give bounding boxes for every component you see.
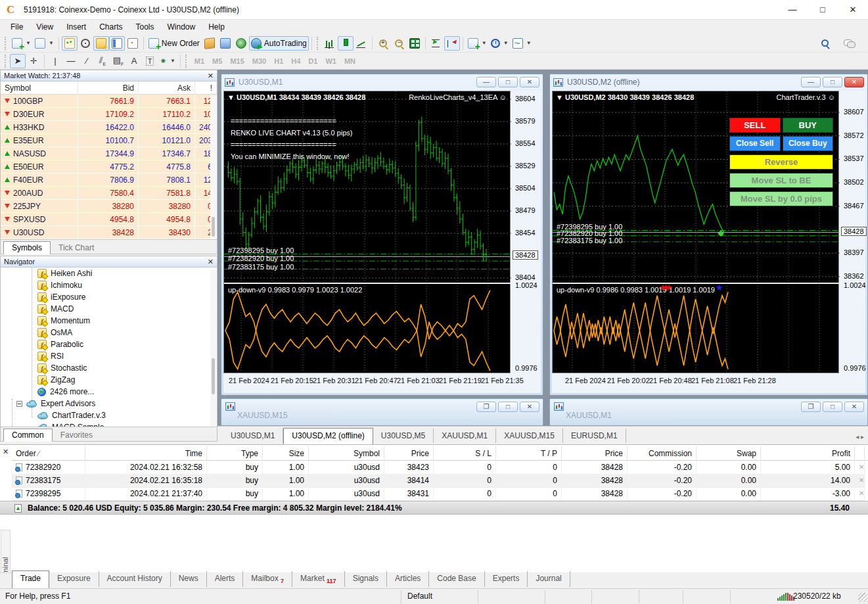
- chat-button[interactable]: [842, 36, 857, 51]
- menu-item[interactable]: Window: [161, 21, 202, 33]
- column-header-order[interactable]: Order ∕: [12, 446, 85, 461]
- chart-tab[interactable]: XAUUSD,M1: [434, 429, 496, 443]
- chart-shift-button[interactable]: [444, 36, 460, 51]
- close-icon[interactable]: ✕: [208, 72, 214, 80]
- window-maximize-button[interactable]: □: [498, 402, 518, 412]
- new-chart-dropdown[interactable]: ▼: [466, 36, 489, 51]
- candlestick-button[interactable]: [338, 36, 354, 51]
- resize-grip[interactable]: [858, 593, 867, 602]
- terminal-tab[interactable]: Code Base: [429, 571, 484, 587]
- timeframe-button[interactable]: M5: [208, 57, 226, 65]
- market-watch-row[interactable]: E50EUR 4775.2 4775.8 6: [1, 160, 217, 174]
- navigator-indicator-item[interactable]: f RSI: [1, 350, 217, 362]
- search-button[interactable]: [817, 36, 833, 51]
- navigator-indicator-item[interactable]: f ZigZag: [1, 374, 217, 386]
- channel-button[interactable]: ⫽E: [95, 54, 110, 68]
- column-header-price2[interactable]: Price: [562, 446, 628, 461]
- close-icon[interactable]: ✕: [3, 448, 9, 456]
- timeframe-button[interactable]: H1: [270, 57, 287, 65]
- window-close-button[interactable]: ✕: [844, 77, 864, 87]
- column-header-time[interactable]: Time: [85, 446, 207, 461]
- window-minimize-button[interactable]: —: [476, 77, 496, 87]
- maximize-button[interactable]: □: [808, 0, 838, 20]
- column-header-tp[interactable]: T / P: [496, 446, 562, 461]
- vertical-line-button[interactable]: |: [47, 54, 63, 68]
- timeframe-button[interactable]: M30: [248, 57, 270, 65]
- menu-item[interactable]: Charts: [93, 21, 129, 33]
- minimized-window-xauusd-m1[interactable]: XAUUSD,M1 ❐ □ ✕: [549, 398, 868, 426]
- navigator-indicator-item[interactable]: f OsMA: [1, 327, 217, 338]
- bar-chart-button[interactable]: [322, 36, 338, 51]
- timeframe-button[interactable]: D1: [304, 57, 321, 65]
- chart-menu-caret-icon[interactable]: ▼: [556, 93, 565, 101]
- market-watch-tab[interactable]: Symbols: [3, 241, 51, 254]
- terminal-tab[interactable]: Mailbox 7: [243, 571, 292, 587]
- close-sell-button[interactable]: Close Sell: [729, 136, 781, 151]
- navigator-indicator-item[interactable]: f iExposure: [1, 291, 217, 303]
- reverse-button[interactable]: Reverse: [729, 154, 833, 170]
- market-watch-tab[interactable]: Tick Chart: [51, 242, 102, 254]
- menu-item[interactable]: View: [30, 21, 60, 33]
- terminal-tab[interactable]: Articles: [387, 571, 429, 587]
- arrows-tool-button[interactable]: ⁕▼: [158, 54, 177, 68]
- periods-dropdown[interactable]: ▼: [489, 36, 511, 51]
- chart-tab[interactable]: XAUUSD,M15: [496, 429, 563, 443]
- toolbar-grip[interactable]: [5, 37, 8, 50]
- column-header-spread[interactable]: !: [195, 81, 217, 95]
- close-order-icon[interactable]: ✕: [855, 461, 865, 475]
- navigator-toggle[interactable]: [93, 36, 109, 51]
- horizontal-line-button[interactable]: —: [63, 54, 79, 68]
- menu-item[interactable]: Insert: [60, 21, 93, 33]
- move-sl-to-be-button[interactable]: Move SL to BE: [729, 173, 833, 188]
- market-watch-scrollbar[interactable]: [210, 95, 216, 239]
- navigator-indicator-item[interactable]: f MACD: [1, 303, 217, 315]
- price-scale[interactable]: 3860738572385373850238467383973836238428…: [840, 91, 865, 379]
- chart-tab[interactable]: U30USD,M1: [223, 429, 283, 443]
- column-header-bid[interactable]: Bid: [78, 81, 139, 95]
- terminal-tab[interactable]: Alerts: [207, 571, 244, 587]
- market-watch-row[interactable]: 100GBP 7661.9 7663.1 12: [1, 95, 217, 108]
- community-button[interactable]: [233, 36, 249, 51]
- chart-menu-caret-icon[interactable]: ▼: [227, 93, 237, 101]
- indicators-dropdown[interactable]: ▼: [511, 36, 534, 51]
- autotrading-button[interactable]: AutoTrading: [249, 36, 309, 51]
- data-window-button[interactable]: [78, 36, 93, 51]
- window-restore-button[interactable]: □: [823, 77, 842, 87]
- order-row[interactable]: 72383175 2024.02.21 16:35:18 buy 1.00 u3…: [12, 474, 868, 487]
- terminal-tab[interactable]: Journal: [528, 571, 570, 587]
- chart-tab[interactable]: U30USD,M5: [373, 429, 434, 443]
- market-watch-row[interactable]: D30EUR 17109.2 17110.2 10: [1, 108, 217, 121]
- chart-window-titlebar[interactable]: U30USD,M2 (offline) — □ ✕: [550, 74, 867, 90]
- strategy-tester-button[interactable]: [125, 36, 141, 51]
- text-label-button[interactable]: T: [142, 54, 158, 68]
- tab-scroll-arrows[interactable]: ◂ ▸: [856, 433, 864, 440]
- column-header-price[interactable]: Price: [384, 446, 434, 461]
- chart-tab[interactable]: EURUSD,M1: [563, 429, 626, 443]
- window-close-button[interactable]: ✕: [520, 402, 539, 412]
- window-restore-button[interactable]: □: [498, 77, 518, 87]
- line-chart-button[interactable]: [354, 36, 369, 51]
- navigator-indicator-item[interactable]: f Ichimoku: [1, 279, 217, 291]
- column-header-profit[interactable]: Profit: [761, 446, 855, 461]
- terminal-tab[interactable]: Experts: [485, 571, 528, 587]
- column-header-size[interactable]: Size: [263, 446, 309, 461]
- timeframe-button[interactable]: MN: [340, 57, 359, 65]
- new-order-button[interactable]: New Order: [147, 36, 202, 51]
- order-row[interactable]: 72382920 2024.02.21 16:32:58 buy 1.00 u3…: [12, 461, 868, 474]
- chart-tab[interactable]: U30USD,M2 (offline): [283, 428, 373, 444]
- toolbar-grip[interactable]: [317, 37, 320, 50]
- crosshair-tool-button[interactable]: ✛: [26, 54, 41, 68]
- terminal-tab[interactable]: Exposure: [49, 571, 99, 587]
- market-watch-row[interactable]: 200AUD 7580.4 7581.8 14: [1, 187, 217, 200]
- column-header-swap[interactable]: Swap: [697, 446, 761, 461]
- zoom-in-button[interactable]: [375, 36, 391, 51]
- minimized-window-xauusd-m15[interactable]: XAUUSD,M15 ❐ □ ✕: [221, 398, 543, 426]
- window-close-button[interactable]: ✕: [844, 402, 864, 412]
- connection-bars-icon[interactable]: [777, 593, 794, 601]
- market-watch-row[interactable]: F40EUR 7806.9 7808.1 12: [1, 174, 217, 187]
- navigator-scrollbar[interactable]: [210, 269, 216, 427]
- close-icon[interactable]: ✕: [208, 258, 214, 266]
- navigator-indicator-item[interactable]: f Parabolic: [1, 338, 217, 350]
- navigator-expert-advisors[interactable]: Expert Advisors: [1, 398, 217, 409]
- collapse-icon[interactable]: [16, 401, 22, 407]
